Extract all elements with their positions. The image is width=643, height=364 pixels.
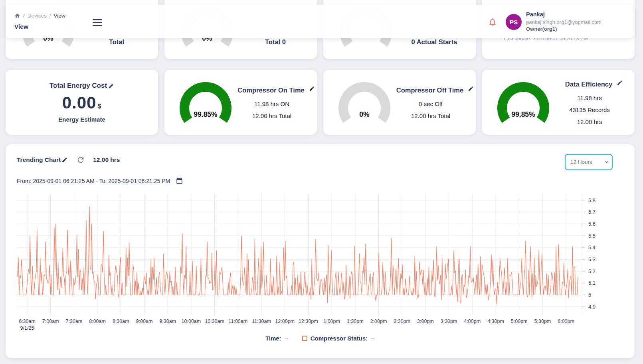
card-compressor-off-time: 0% Compressor Off Time 0 sec Off 12.00 h… xyxy=(323,70,476,135)
svg-text:6:00pm: 6:00pm xyxy=(558,319,574,324)
legend-status-label: Compressor Status: xyxy=(311,335,368,342)
svg-text:5:30pm: 5:30pm xyxy=(534,319,551,324)
svg-text:5.2: 5.2 xyxy=(588,268,596,274)
svg-text:10:30am: 10:30am xyxy=(205,319,224,324)
svg-text:11:30am: 11:30am xyxy=(252,319,271,324)
currency-symbol: $ xyxy=(97,103,101,110)
svg-text:3:00pm: 3:00pm xyxy=(417,319,434,324)
compressor-off-line2: 12.00 hrs Total xyxy=(411,112,450,119)
compressor-off-title: Compressor Off Time xyxy=(396,87,463,94)
chart-legend: Time: -- Compressor Status: -- xyxy=(6,335,635,342)
breadcrumb-devices[interactable]: Devices xyxy=(28,13,47,19)
data-efficiency-line2: 43135 Records xyxy=(569,106,610,113)
svg-text:1:00pm: 1:00pm xyxy=(323,319,340,324)
trending-chart-title: Trending Chart xyxy=(17,156,61,163)
compressor-off-line1: 0 sec Off xyxy=(419,100,443,107)
date-range-text: From: 2025-09-01 06:21:25 AM - To: 2025-… xyxy=(17,178,170,184)
refresh-icon[interactable] xyxy=(76,155,85,164)
legend-status-value: -- xyxy=(371,335,375,342)
edit-icon[interactable] xyxy=(468,86,474,92)
svg-text:5.7: 5.7 xyxy=(588,209,596,215)
svg-text:3:30pm: 3:30pm xyxy=(441,319,457,324)
svg-text:5.3: 5.3 xyxy=(588,256,596,262)
energy-value: 0.00 xyxy=(62,93,97,112)
svg-text:4:30pm: 4:30pm xyxy=(487,319,504,324)
edit-icon[interactable] xyxy=(108,83,114,89)
breadcrumb: / Devices / View xyxy=(14,13,65,19)
trending-chart-card: Trending Chart 12.00 hrs 12 Hours From: … xyxy=(6,144,635,358)
compressor-on-line2: 12.00 hrs Total xyxy=(252,112,291,119)
svg-text:0%: 0% xyxy=(359,110,370,118)
dashboard-page: 0% Total 0% Total 0 0 Actual Starts Last… xyxy=(0,0,643,364)
card-total-energy-cost: Total Energy Cost 0.00$ Energy Estimate xyxy=(6,70,158,135)
card-compressor-on-time: 99.85% Compressor On Time 11.98 hrs ON 1… xyxy=(164,70,317,135)
user-email: pankaj.singh.org1@yopmail.com xyxy=(526,19,601,26)
svg-text:11:00am: 11:00am xyxy=(228,319,247,324)
duration-select-wrap: 12 Hours xyxy=(565,154,613,170)
legend-time-value: -- xyxy=(285,335,289,342)
chart-duration: 12.00 hrs xyxy=(93,156,120,163)
svg-text:9:00am: 9:00am xyxy=(136,319,153,324)
user-role: Owner(org1) xyxy=(526,26,601,33)
svg-text:5: 5 xyxy=(588,292,591,298)
data-efficiency-gauge: 99.85% xyxy=(493,76,553,129)
svg-text:4:00pm: 4:00pm xyxy=(464,319,481,324)
svg-text:8:30am: 8:30am xyxy=(113,319,129,324)
svg-text:8:00am: 8:00am xyxy=(89,319,106,324)
svg-text:9/1/25: 9/1/25 xyxy=(20,325,34,331)
edit-icon[interactable] xyxy=(617,80,623,86)
svg-text:6:30am: 6:30am xyxy=(19,319,36,324)
edit-icon[interactable] xyxy=(309,86,315,92)
svg-text:1:30pm: 1:30pm xyxy=(347,319,364,324)
svg-text:2:30pm: 2:30pm xyxy=(394,319,410,324)
svg-text:5.6: 5.6 xyxy=(588,221,596,227)
svg-text:5.8: 5.8 xyxy=(588,197,596,203)
svg-text:10:00am: 10:00am xyxy=(182,319,201,324)
svg-text:12:00pm: 12:00pm xyxy=(275,319,295,324)
notification-bell-icon[interactable] xyxy=(488,17,497,27)
compressor-on-title: Compressor On Time xyxy=(237,87,305,94)
compressor-off-gauge: 0% xyxy=(334,76,394,129)
svg-text:5:00pm: 5:00pm xyxy=(511,319,528,324)
compressor-status-swatch xyxy=(302,336,307,341)
svg-text:9:30am: 9:30am xyxy=(159,319,176,324)
actual-starts-label: 0 Actual Starts xyxy=(398,38,470,46)
svg-text:12:30pm: 12:30pm xyxy=(299,319,318,324)
duration-select[interactable]: 12 Hours xyxy=(565,154,613,170)
svg-text:5.1: 5.1 xyxy=(588,280,596,286)
total-label: Total xyxy=(81,38,152,46)
trend-line-chart[interactable]: 5.85.75.65.55.45.35.25.154.96:30am9/1/25… xyxy=(10,191,631,332)
svg-text:4.9: 4.9 xyxy=(588,304,596,310)
compressor-on-line1: 11.98 hrs ON xyxy=(254,100,289,107)
card-data-efficiency: 99.85% Data Efficiency 11.98 hrs 43135 R… xyxy=(482,70,635,135)
breadcrumb-view: View xyxy=(54,13,65,19)
calendar-icon[interactable] xyxy=(176,177,183,185)
page-title: View xyxy=(14,23,28,30)
energy-subtitle: Energy Estimate xyxy=(58,116,105,123)
app-header: / Devices / View View PS Pankaj pankaj.s… xyxy=(6,5,635,38)
svg-text:2:00pm: 2:00pm xyxy=(370,319,387,324)
chart-svg: 5.85.75.65.55.45.35.25.154.96:30am9/1/25… xyxy=(10,191,631,332)
legend-time-label: Time: xyxy=(265,335,281,342)
data-efficiency-line3: 12.00 hrs xyxy=(577,118,602,125)
avatar[interactable]: PS xyxy=(506,14,522,30)
edit-icon[interactable] xyxy=(61,157,67,163)
svg-text:5.5: 5.5 xyxy=(588,233,596,239)
home-icon[interactable] xyxy=(14,13,20,19)
data-efficiency-line1: 11.98 hrs xyxy=(577,94,601,101)
svg-text:99.85%: 99.85% xyxy=(511,110,535,118)
svg-text:5.4: 5.4 xyxy=(588,244,596,250)
energy-card-title: Total Energy Cost xyxy=(49,82,107,90)
svg-text:7:00am: 7:00am xyxy=(42,319,59,324)
data-efficiency-title: Data Efficiency xyxy=(565,81,612,88)
user-info[interactable]: Pankaj pankaj.singh.org1@yopmail.com Own… xyxy=(526,11,601,33)
svg-text:99.85%: 99.85% xyxy=(194,110,218,118)
svg-text:7:30am: 7:30am xyxy=(66,319,83,324)
menu-icon[interactable] xyxy=(93,19,102,26)
user-name: Pankaj xyxy=(526,11,601,19)
compressor-on-gauge: 99.85% xyxy=(176,76,235,129)
total0-label: Total 0 xyxy=(239,38,311,46)
